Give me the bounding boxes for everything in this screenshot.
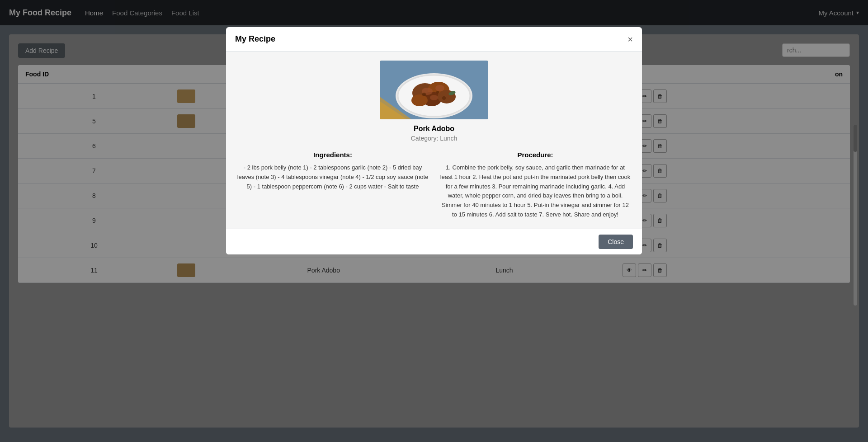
modal-overlay: My Recipe × [0,0,868,442]
modal-body: Pork Adobo Category: Lunch Ingredients: … [226,52,642,229]
modal-title: My Recipe [235,34,275,44]
svg-point-11 [435,85,444,91]
recipe-details: Ingredients: - 2 lbs pork belly (note 1)… [237,151,631,220]
modal-close-button[interactable]: × [627,35,633,44]
recipe-modal: My Recipe × [226,27,642,254]
food-illustration [380,61,488,119]
close-button[interactable]: Close [599,235,633,249]
procedure-section: Procedure: 1. Combine the pork belly, so… [439,151,631,220]
modal-footer: Close [226,229,642,254]
recipe-category: Category: Lunch [237,135,631,142]
recipe-image [380,61,488,119]
ingredients-title: Ingredients: [237,151,429,159]
svg-point-9 [411,94,428,106]
ingredients-text: - 2 lbs pork belly (note 1) - 2 tablespo… [237,163,429,191]
procedure-title: Procedure: [439,151,631,159]
svg-point-14 [436,91,439,94]
recipe-image-container [237,61,631,119]
modal-header: My Recipe × [226,27,642,52]
recipe-name: Pork Adobo [237,125,631,133]
svg-point-15 [442,96,446,100]
svg-point-13 [422,93,426,96]
ingredients-section: Ingredients: - 2 lbs pork belly (note 1)… [237,151,429,220]
svg-point-12 [430,95,438,100]
procedure-text: 1. Combine the pork belly, soy sauce, an… [439,163,631,220]
